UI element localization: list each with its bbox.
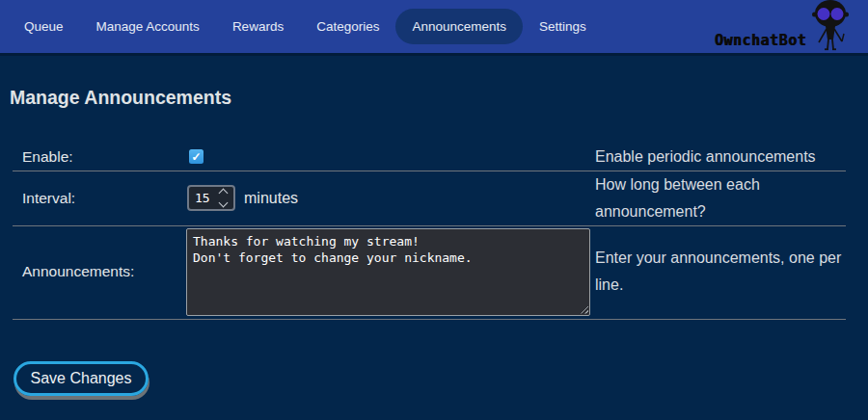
tab-announcements[interactable]: Announcements [395,9,523,45]
announcements-help-text: Enter your announcements, one per line. [595,245,846,299]
logo-text: OwnchatBot [715,32,806,49]
announcements-row: Announcements: Thanks for watching my st… [13,226,846,320]
interval-label: Interval: [13,190,186,207]
spinner-up-icon[interactable] [219,189,229,198]
interval-value: 15 [189,191,218,205]
tab-categories[interactable]: Categories [300,9,395,45]
tab-rewards[interactable]: Rewards [216,9,300,45]
interval-help-text: How long between each announcement? [595,171,846,225]
checkmark-icon: ✓ [191,151,201,163]
top-navigation: Queue Manage Accounts Rewards Categories… [0,0,868,56]
ownchatbot-logo[interactable]: OwnchatBot [715,2,853,56]
tab-settings[interactable]: Settings [523,9,603,45]
interval-row: Interval: 15 minutes How long between ea… [13,171,846,226]
tab-manage-accounts[interactable]: Manage Accounts [80,9,216,45]
announcements-form: Enable: ✓ Enable periodic announcements … [13,144,846,320]
announcements-textarea[interactable]: Thanks for watching my stream! Don't for… [186,228,590,316]
enable-row: Enable: ✓ Enable periodic announcements [13,144,846,171]
page-title: Manage Announcements [10,89,868,108]
enable-label: Enable: [13,148,186,166]
interval-input[interactable]: 15 [187,185,235,211]
announcements-label: Announcements: [13,263,186,280]
save-changes-button[interactable]: Save Changes [14,361,149,396]
robot-mascot-icon [808,0,853,55]
interval-unit-label: minutes [244,190,298,207]
number-spinner[interactable] [218,188,233,208]
enable-help-text: Enable periodic announcements [595,144,846,171]
tab-queue[interactable]: Queue [8,9,80,45]
spinner-down-icon[interactable] [219,198,229,208]
enable-checkbox[interactable]: ✓ [189,149,203,164]
